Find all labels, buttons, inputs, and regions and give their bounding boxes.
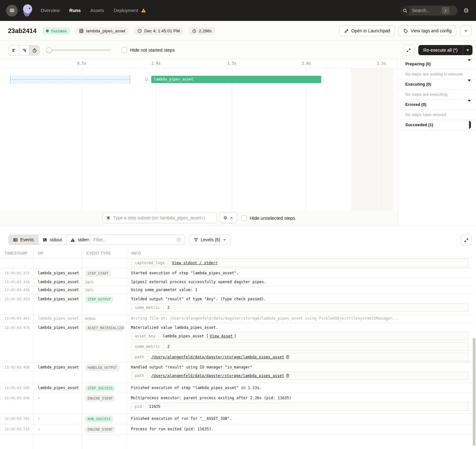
gantt-view-mode-segmented <box>9 45 40 55</box>
view-mode-timed-button[interactable] <box>29 45 39 55</box>
log-tabs: Events stdout stderr <box>9 235 94 245</box>
zoom-slider-thumb[interactable] <box>46 47 52 53</box>
hide-unselected-checkbox[interactable] <box>241 215 247 221</box>
nav-deployment[interactable]: Deployment <box>114 8 138 13</box>
job-name-pill[interactable]: lambda_pipes_asset <box>75 27 129 35</box>
metadata-key: path <box>131 372 148 380</box>
tab-stderr[interactable]: stderr <box>66 235 94 245</box>
events-table-header: TIMESTAMP OP EVENT TYPE INFO <box>0 249 473 258</box>
events-scrollbar[interactable] <box>473 249 476 449</box>
gantt-step-bar[interactable]: lambda_pipes_asset <box>151 76 321 83</box>
event-type-tag: STEP_SUCCESS <box>85 385 115 392</box>
tab-events[interactable]: Events <box>9 235 38 245</box>
dagster-logo-icon[interactable] <box>20 3 35 18</box>
event-row[interactable]: 13:45:03.438 lambda_pipes_asset INFO Usi… <box>0 286 473 294</box>
event-row[interactable]: 13:45:03.424 lambda_pipes_asset INFO [pi… <box>0 278 473 286</box>
events-scrollbar-thumb[interactable] <box>473 338 475 446</box>
levels-label: Levels (6) <box>201 237 220 242</box>
event-row[interactable]: 13:45:03.505 lambda_pipes_asset STEP_SUC… <box>0 383 473 393</box>
section-title: Preparing (0) <box>405 62 431 66</box>
view-asset-link[interactable]: View Asset <box>210 334 233 338</box>
gantt-toolbar: Hide not started steps Re-execute all (*… <box>0 41 476 59</box>
path-link[interactable]: /Users/alangenfeld/data/dagster/storage/… <box>151 355 284 359</box>
metadata-key: some_metric <box>131 304 164 311</box>
nav-assets[interactable]: Assets <box>90 8 104 13</box>
tab-stdout-label: stdout <box>50 237 62 242</box>
levels-dropdown[interactable]: Levels (6) <box>189 235 231 245</box>
settings-gear-icon[interactable]: ⚙ <box>463 7 469 14</box>
gridline <box>156 68 156 225</box>
section-caption: No steps have errored <box>405 112 446 117</box>
start-time: Dec 4, 1:45:01 PM <box>144 29 180 33</box>
clear-filter-icon[interactable] <box>176 237 181 243</box>
event-row[interactable]: captured_logs View stdout / stderr <box>0 258 473 268</box>
nav-runs[interactable]: Runs <box>69 8 81 13</box>
step-subset-inputwrap <box>102 212 217 223</box>
waiting-dashed-line <box>10 79 130 80</box>
metadata-key: asset_key <box>131 332 159 340</box>
view-mode-flat-button[interactable] <box>9 45 19 55</box>
stopwatch-mode-icon <box>32 48 37 53</box>
caret-down-icon <box>468 81 471 87</box>
gantt-expand-button[interactable] <box>403 45 414 55</box>
tab-events-label: Events <box>20 237 34 242</box>
event-row[interactable]: 13:45:03.470 lambda_pipes_asset ASSET_MA… <box>0 323 473 362</box>
event-row[interactable]: 13:45:03.453 lambda_pipes_asset STEP_OUT… <box>0 294 473 315</box>
nav-overview[interactable]: Overview <box>41 8 60 13</box>
event-row[interactable]: 13:45:03.498 lambda_pipes_asset HANDLED_… <box>0 362 473 383</box>
step-waiting-region <box>10 75 130 84</box>
tab-stdout[interactable]: stdout <box>38 235 66 245</box>
event-op: lambda_pipes_asset <box>33 315 82 322</box>
metadata-value: 2 <box>164 304 173 311</box>
tag-icon <box>403 29 408 33</box>
col-event-type: EVENT TYPE <box>82 249 127 258</box>
zoom-slider[interactable] <box>47 49 111 51</box>
search-input[interactable] <box>412 8 442 13</box>
event-type-tag: ASSET_MATERIALIZAT… <box>85 325 124 331</box>
event-type-tag: RUN_SUCCESS <box>85 416 113 422</box>
event-row[interactable]: 13:45:03.696 - ENGINE_EVENT Multiprocess… <box>0 393 473 414</box>
events-table: TIMESTAMP OP EVENT TYPE INFO captured_lo… <box>0 249 473 449</box>
reexecute-all-button[interactable]: Re-execute all (*) <box>418 45 463 55</box>
waterfall-icon <box>22 48 27 53</box>
sidebar-section-errored[interactable]: Errored (0) <box>398 100 476 110</box>
event-row[interactable]: 13:45:03.701 - RUN_SUCCESS Finished exec… <box>0 414 473 424</box>
hide-unselected-label: Hide unselected steps <box>250 216 295 221</box>
menu-button[interactable] <box>6 5 18 16</box>
event-row[interactable]: 13:45:02.372 lambda_pipes_asset STEP_STA… <box>0 268 473 278</box>
events-table-filler <box>0 435 473 449</box>
run-actions-dropdown-button[interactable] <box>460 25 472 36</box>
gridline <box>381 68 382 225</box>
event-row[interactable]: 13:45:03.716 - ENGINE_EVENT Process for … <box>0 424 473 435</box>
sidebar-caption: No steps have errored <box>398 110 476 120</box>
tab-stderr-label: stderr <box>78 237 89 242</box>
event-row[interactable]: 13:45:03.461 lambda_pipes_asset DEBUG Wr… <box>0 315 473 323</box>
global-search[interactable]: / <box>400 6 458 16</box>
clock-icon <box>137 29 142 33</box>
search-icon <box>403 8 408 13</box>
hide-not-started-checkbox[interactable] <box>121 47 127 53</box>
view-stdout-stderr-link[interactable]: View stdout / stderr <box>172 261 218 265</box>
caret-down-icon <box>468 102 471 107</box>
events-expand-button[interactable] <box>460 235 472 245</box>
view-mode-waterfall-button[interactable] <box>19 45 29 55</box>
sidebar-section-executing[interactable]: Executing (0) <box>398 79 476 89</box>
section-caption: No steps are waiting to execute <box>405 72 463 76</box>
tick-label: 2.0s <box>302 61 311 66</box>
log-filter-input[interactable] <box>93 237 176 242</box>
clipboard-icon[interactable] <box>285 355 290 359</box>
path-link[interactable]: /Users/alangenfeld/data/dagster/storage/… <box>151 374 284 378</box>
step-subset-input[interactable] <box>113 215 213 220</box>
sidebar-section-succeeded[interactable]: Succeeded (1) <box>398 120 476 130</box>
event-message: Using some_parameter value: 1 <box>127 286 473 294</box>
event-timestamp: 13:45:03.701 <box>0 414 33 424</box>
status-badge: Success <box>42 27 70 35</box>
graph-query-toggle-button[interactable] <box>219 212 237 223</box>
hide-unselected-row: Hide unselected steps <box>241 215 295 221</box>
open-in-launchpad-button[interactable]: Open in Launchpad <box>339 25 395 36</box>
view-tags-config-button[interactable]: View tags and config <box>399 25 456 36</box>
reexecute-dropdown-button[interactable] <box>463 45 473 55</box>
sidebar-section-preparing[interactable]: Preparing (0) <box>398 59 476 69</box>
metadata-entry: some_metric 2 <box>131 303 469 312</box>
clipboard-icon[interactable] <box>285 374 290 378</box>
